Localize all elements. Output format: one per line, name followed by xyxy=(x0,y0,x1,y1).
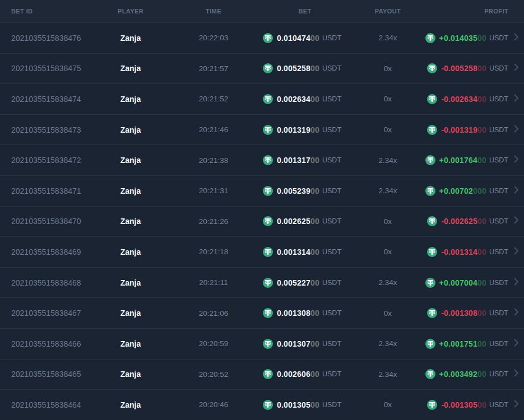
row-detail-button[interactable] xyxy=(508,186,524,196)
table-row[interactable]: 2021035515838472 Zanja 20:21:38 0.001317… xyxy=(0,144,524,175)
payout-multiplier: 2.34x xyxy=(349,339,427,348)
table-row[interactable]: 2021035515838474 Zanja 20:21:52 0.002634… xyxy=(0,83,524,114)
bet-currency-label: USDT xyxy=(322,217,341,225)
bet-amount-cell: 0.00131900 USDT xyxy=(261,125,349,135)
tether-icon xyxy=(263,186,273,196)
profit-amount: -0.00131400 xyxy=(441,248,486,256)
profit-cell: -0.00525800 USDT xyxy=(427,63,508,73)
payout-multiplier: 0x xyxy=(349,400,427,409)
profit-cell: +0.00702000 USDT xyxy=(427,186,508,196)
chevron-right-icon xyxy=(514,155,519,165)
player-name: Zanja xyxy=(95,34,166,43)
profit-amount: -0.00262500 xyxy=(441,217,486,226)
tether-icon xyxy=(427,216,437,226)
row-detail-button[interactable] xyxy=(508,369,524,379)
profit-currency-label: USDT xyxy=(489,401,508,409)
profit-cell: +0.00700400 USDT xyxy=(427,278,508,288)
table-row[interactable]: 2021035515838473 Zanja 20:21:46 0.001319… xyxy=(0,114,524,145)
profit-cell: +0.00349200 USDT xyxy=(427,369,508,379)
row-detail-button[interactable] xyxy=(508,400,524,410)
player-name: Zanja xyxy=(95,400,166,409)
profit-currency-label: USDT xyxy=(489,370,508,378)
row-detail-button[interactable] xyxy=(508,63,524,73)
bet-amount: 0.00262500 xyxy=(277,217,319,226)
bet-id: 2021035515838474 xyxy=(0,95,95,104)
bet-currency-label: USDT xyxy=(322,340,341,348)
payout-multiplier: 2.34x xyxy=(349,156,427,165)
profit-currency-label: USDT xyxy=(489,279,508,287)
column-header-bet-id: BET ID xyxy=(0,8,95,15)
chevron-right-icon xyxy=(514,125,519,135)
row-detail-button[interactable] xyxy=(508,278,524,288)
profit-cell: +0.00175100 USDT xyxy=(427,339,508,349)
bet-time: 20:20:59 xyxy=(166,339,261,348)
bet-currency-label: USDT xyxy=(322,126,341,134)
row-detail-button[interactable] xyxy=(508,308,524,318)
profit-cell: -0.00262500 USDT xyxy=(427,216,508,226)
row-detail-button[interactable] xyxy=(508,339,524,349)
table-row[interactable]: 2021035515838467 Zanja 20:21:06 0.001308… xyxy=(0,297,524,328)
row-detail-button[interactable] xyxy=(508,125,524,135)
bet-amount: 0.00260600 xyxy=(277,370,319,379)
payout-multiplier: 0x xyxy=(349,64,427,73)
row-detail-button[interactable] xyxy=(508,247,524,257)
bet-time: 20:21:11 xyxy=(166,278,261,287)
table-row[interactable]: 2021035515838465 Zanja 20:20:52 0.002606… xyxy=(0,359,524,390)
profit-currency-label: USDT xyxy=(489,64,508,72)
bet-currency-label: USDT xyxy=(322,95,341,103)
column-header-player: PLAYER xyxy=(95,8,166,15)
bet-amount-cell: 0.00263400 USDT xyxy=(261,94,349,104)
tether-icon xyxy=(263,339,273,349)
table-row[interactable]: 2021035515838476 Zanja 20:22:03 0.010474… xyxy=(0,22,524,53)
row-detail-button[interactable] xyxy=(508,216,524,226)
bet-amount: 0.01047400 xyxy=(277,34,319,43)
row-detail-button[interactable] xyxy=(508,94,524,104)
tether-icon xyxy=(263,247,273,257)
bet-time: 20:21:26 xyxy=(166,217,261,226)
profit-currency-label: USDT xyxy=(489,187,508,195)
column-header-profit: PROFIT xyxy=(427,8,508,15)
column-header-payout: PAYOUT xyxy=(349,8,427,15)
table-row[interactable]: 2021035515838466 Zanja 20:20:59 0.001307… xyxy=(0,328,524,359)
player-name: Zanja xyxy=(95,309,166,318)
bet-currency-label: USDT xyxy=(322,64,341,72)
bet-currency-label: USDT xyxy=(322,279,341,287)
table-row[interactable]: 2021035515838475 Zanja 20:21:57 0.005258… xyxy=(0,53,524,84)
chevron-right-icon xyxy=(514,308,519,318)
tether-icon xyxy=(425,33,435,43)
bet-time: 20:22:03 xyxy=(166,34,261,42)
bet-time: 20:20:52 xyxy=(166,370,261,379)
chevron-right-icon xyxy=(514,216,519,226)
profit-currency-label: USDT xyxy=(489,126,508,134)
profit-cell: -0.00131400 USDT xyxy=(427,247,508,257)
profit-currency-label: USDT xyxy=(489,248,508,256)
bet-amount: 0.00131700 xyxy=(277,156,319,165)
column-header-bet: BET xyxy=(261,8,349,15)
player-name: Zanja xyxy=(95,125,166,134)
bet-time: 20:21:31 xyxy=(166,186,261,195)
payout-multiplier: 0x xyxy=(349,248,427,256)
bet-id: 2021035515838469 xyxy=(0,248,95,256)
profit-cell: -0.00130500 USDT xyxy=(427,400,508,410)
player-name: Zanja xyxy=(95,339,166,348)
profit-amount: -0.00130500 xyxy=(441,400,486,409)
row-detail-button[interactable] xyxy=(508,155,524,165)
bet-id: 2021035515838466 xyxy=(0,339,95,348)
tether-icon xyxy=(263,94,273,104)
profit-currency-label: USDT xyxy=(489,156,508,164)
table-row[interactable]: 2021035515838464 Zanja 20:20:46 0.001305… xyxy=(0,389,524,420)
payout-multiplier: 0x xyxy=(349,309,427,318)
player-name: Zanja xyxy=(95,248,166,256)
row-detail-button[interactable] xyxy=(508,33,524,43)
bet-id: 2021035515838471 xyxy=(0,186,95,195)
table-row[interactable]: 2021035515838468 Zanja 20:21:11 0.005227… xyxy=(0,267,524,298)
payout-multiplier: 2.34x xyxy=(349,370,427,379)
profit-cell: -0.00130800 USDT xyxy=(427,308,508,318)
table-row[interactable]: 2021035515838470 Zanja 20:21:26 0.002625… xyxy=(0,206,524,237)
profit-currency-label: USDT xyxy=(489,309,508,317)
table-row[interactable]: 2021035515838469 Zanja 20:21:18 0.001314… xyxy=(0,236,524,267)
table-row[interactable]: 2021035515838471 Zanja 20:21:31 0.005239… xyxy=(0,175,524,206)
bet-time: 20:21:38 xyxy=(166,156,261,165)
bet-currency-label: USDT xyxy=(322,187,341,195)
bet-id: 2021035515838473 xyxy=(0,125,95,134)
